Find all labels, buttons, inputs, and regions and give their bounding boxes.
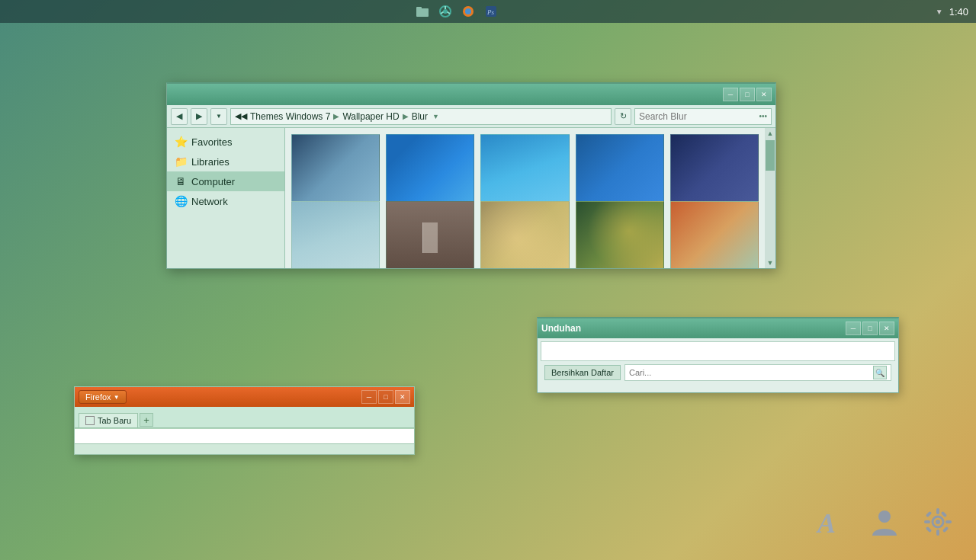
thumbnail-6[interactable] <box>291 201 380 268</box>
svg-line-6 <box>441 12 444 14</box>
breadcrumb-themes[interactable]: Themes Windows 7 <box>250 111 330 122</box>
scroll-up-button[interactable]: ▲ <box>766 128 775 139</box>
downloads-window: Unduhan ─ □ ✕ Bersihkan Daftar 🔍 <box>537 317 899 393</box>
downloads-toolbar: Bersihkan Daftar 🔍 <box>541 361 895 384</box>
close-button[interactable]: ✕ <box>756 88 772 101</box>
firefox-menu-label: Firefox <box>85 392 111 402</box>
firefox-maximize-button[interactable]: □ <box>378 390 393 404</box>
taskbar: Ps ▼ 1:40 <box>0 0 976 23</box>
firefox-window: Firefox ▼ ─ □ ✕ Tab Baru + <box>74 386 415 455</box>
path-part-1: ◀◀ <box>235 111 247 121</box>
explorer-body: ⭐ Favorites 📁 Libraries 🖥 Computer 🌐 Net… <box>167 128 775 268</box>
svg-rect-16 <box>936 530 939 536</box>
svg-rect-21 <box>941 511 947 517</box>
firefox-minimize-button[interactable]: ─ <box>361 390 377 404</box>
file-grid <box>285 128 765 268</box>
downloads-body: Bersihkan Daftar 🔍 <box>538 338 898 392</box>
desktop-icon-font[interactable]: A <box>816 507 846 537</box>
thumbnail-8[interactable] <box>480 201 569 268</box>
downloads-search-box: 🔍 <box>624 364 891 381</box>
firefox-taskbar-icon[interactable] <box>458 2 479 21</box>
contact-icon <box>869 507 900 537</box>
tab-favicon <box>85 416 95 425</box>
refresh-button[interactable]: ↻ <box>615 108 631 125</box>
firefox-menu-button[interactable]: Firefox ▼ <box>79 390 127 404</box>
scroll-down-button[interactable]: ▼ <box>766 258 775 268</box>
firefox-tabs-bar: Tab Baru + <box>75 407 414 428</box>
chrome-taskbar-icon[interactable] <box>435 2 456 21</box>
file-explorer-window: ─ □ ✕ ◀ ▶ ▼ ◀◀ Themes Windows 7 ▶ Wallpa… <box>166 82 776 269</box>
downloads-maximize-button[interactable]: □ <box>862 322 878 335</box>
svg-text:Ps: Ps <box>486 8 494 16</box>
search-box: ••• <box>634 108 772 125</box>
file-explorer-titlebar: ─ □ ✕ <box>167 84 775 105</box>
search-more-icon[interactable]: ••• <box>759 112 767 120</box>
sidebar-item-network[interactable]: 🌐 Network <box>167 191 284 211</box>
downloads-search-input[interactable] <box>629 368 873 377</box>
thumbnail-2[interactable] <box>386 134 474 208</box>
libraries-icon: 📁 <box>175 155 187 168</box>
svg-point-14 <box>936 520 940 524</box>
sidebar-item-computer[interactable]: 🖥 Computer <box>167 171 284 191</box>
sidebar-item-favorites[interactable]: ⭐ Favorites <box>167 132 284 152</box>
maximize-button[interactable]: □ <box>740 88 755 101</box>
taskbar-clock: 1:40 <box>949 6 968 18</box>
downloads-close-button[interactable]: ✕ <box>879 322 894 335</box>
gear-icon <box>923 507 953 537</box>
thumbnail-1[interactable] <box>291 134 380 208</box>
thumbnail-9[interactable] <box>576 201 664 268</box>
downloads-search-go-button[interactable]: 🔍 <box>873 366 887 379</box>
downloads-content-area <box>541 341 895 361</box>
forward-button[interactable]: ▶ <box>191 108 207 125</box>
desktop-icon-settings[interactable] <box>923 507 953 537</box>
firefox-status-bar <box>75 443 414 454</box>
folder-taskbar-icon[interactable] <box>412 2 433 21</box>
thumbnail-10[interactable] <box>670 201 759 268</box>
breadcrumb-wallpaper[interactable]: Wallpaper HD <box>342 111 399 122</box>
sidebar-favorites-label: Favorites <box>191 136 232 148</box>
sidebar-libraries-label: Libraries <box>191 156 230 168</box>
favorites-icon: ⭐ <box>175 136 187 148</box>
downloads-minimize-button[interactable]: ─ <box>846 322 861 335</box>
thumbnail-3[interactable] <box>480 134 569 208</box>
firefox-titlebar: Firefox ▼ ─ □ ✕ <box>75 387 414 407</box>
file-explorer-window-controls: ─ □ ✕ <box>723 88 772 101</box>
computer-icon: 🖥 <box>175 175 187 187</box>
address-path[interactable]: ◀◀ Themes Windows 7 ▶ Wallpaper HD ▶ Blu… <box>230 108 612 125</box>
thumbnail-5[interactable] <box>670 134 759 208</box>
svg-line-5 <box>448 12 451 14</box>
firefox-tab-new[interactable]: Tab Baru <box>79 413 138 427</box>
new-tab-button[interactable]: + <box>140 413 153 427</box>
scrollbar-thumb[interactable] <box>766 140 775 171</box>
recent-locations-button[interactable]: ▼ <box>210 108 227 125</box>
desktop-icon-contact[interactable] <box>869 507 900 537</box>
thumbnail-7[interactable] <box>386 201 474 268</box>
svg-rect-20 <box>942 526 949 533</box>
back-button[interactable]: ◀ <box>171 108 188 125</box>
path-separator-1: ▶ <box>333 112 339 120</box>
path-separator-2: ▶ <box>403 112 409 120</box>
firefox-window-controls: ─ □ ✕ <box>361 390 410 404</box>
breadcrumb-blur[interactable]: Blur <box>412 111 428 122</box>
desktop-icons: A <box>816 507 953 537</box>
sidebar-item-libraries[interactable]: 📁 Libraries <box>167 152 284 171</box>
thumbnail-4[interactable] <box>576 134 664 208</box>
path-dropdown-arrow[interactable]: ▼ <box>432 113 439 120</box>
svg-text:A: A <box>816 508 836 537</box>
sidebar-network-label: Network <box>191 196 228 207</box>
svg-rect-15 <box>936 508 939 514</box>
photoshop-taskbar-icon[interactable]: Ps <box>480 2 502 21</box>
taskbar-icons: Ps <box>412 2 502 21</box>
search-input[interactable] <box>639 111 756 122</box>
svg-rect-17 <box>924 520 930 523</box>
scrollbar-vertical[interactable]: ▲ ▼ <box>765 128 775 268</box>
clear-list-button[interactable]: Bersihkan Daftar <box>544 365 621 380</box>
firefox-close-button[interactable]: ✕ <box>395 390 410 404</box>
svg-point-3 <box>443 9 448 14</box>
tab-label: Tab Baru <box>98 416 131 425</box>
minimize-button[interactable]: ─ <box>723 88 738 101</box>
address-bar: ◀ ▶ ▼ ◀◀ Themes Windows 7 ▶ Wallpaper HD… <box>167 105 775 128</box>
svg-rect-22 <box>926 526 932 533</box>
taskbar-dropdown-arrow[interactable]: ▼ <box>936 8 943 16</box>
downloads-window-controls: ─ □ ✕ <box>846 322 894 335</box>
